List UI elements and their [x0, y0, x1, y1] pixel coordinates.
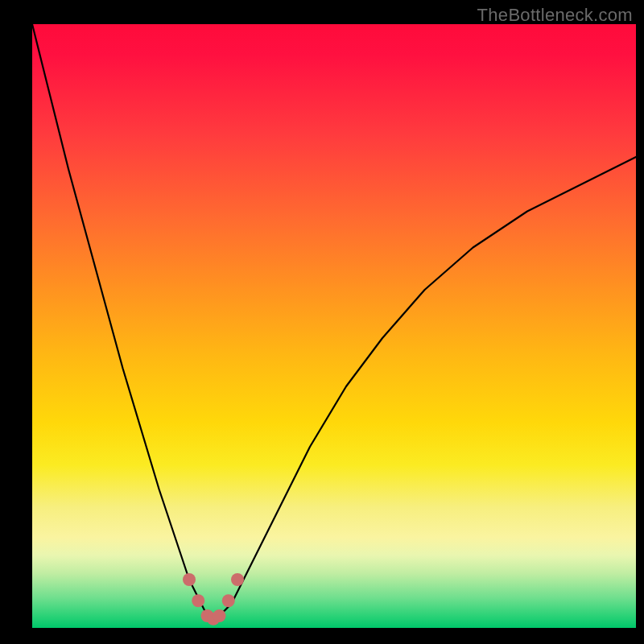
- chart-frame: TheBottleneck.com: [0, 0, 644, 644]
- watermark-text: TheBottleneck.com: [477, 5, 633, 26]
- valley-marker: [183, 573, 196, 586]
- valley-marker: [231, 573, 244, 586]
- valley-marker: [192, 594, 204, 607]
- valley-marker: [222, 594, 235, 607]
- curve-svg: [32, 24, 636, 628]
- bottleneck-curve: [32, 24, 636, 622]
- valley-marker: [213, 609, 226, 622]
- valley-markers: [183, 573, 244, 625]
- plot-area: [32, 24, 636, 628]
